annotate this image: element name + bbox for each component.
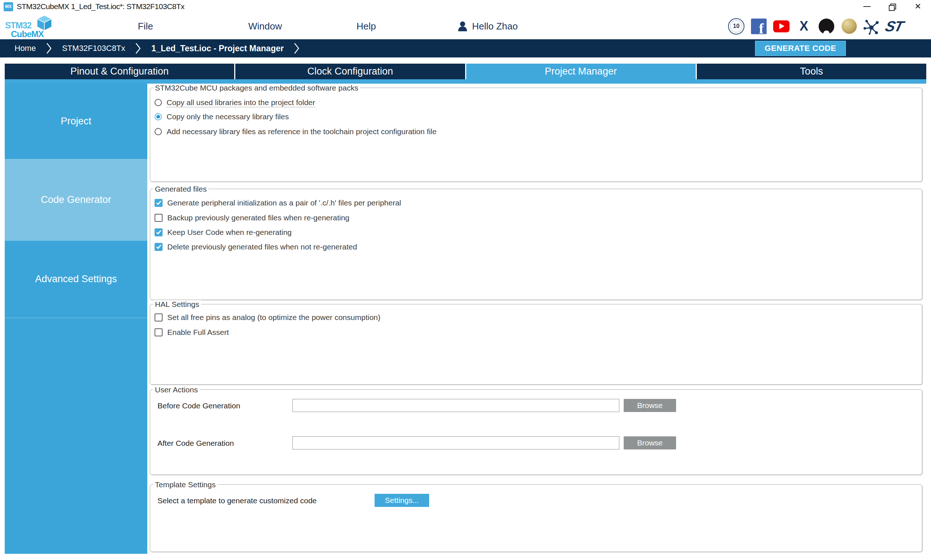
hal-settings-fieldset: HAL Settings Set all free pins as analog… — [150, 304, 922, 385]
tab-project-manager[interactable]: Project Manager — [466, 64, 696, 79]
checkbox-keep-user-code[interactable] — [155, 228, 163, 236]
checkbox-label[interactable]: Generate peripheral initialization as a … — [167, 198, 401, 207]
radio-row: Add necessary library files as reference… — [155, 127, 436, 136]
after-code-generation-input[interactable] — [292, 436, 619, 449]
template-settings-button[interactable]: Settings... — [375, 494, 429, 507]
radio-label[interactable]: Add necessary library files as reference… — [166, 127, 436, 136]
fieldset-legend: STM32Cube MCU packages and embedded soft… — [153, 84, 360, 92]
close-button[interactable]: ✕ — [909, 0, 926, 13]
mcu-packages-fieldset: STM32Cube MCU packages and embedded soft… — [150, 88, 922, 182]
chevron-right-icon — [294, 42, 300, 55]
chevron-right-icon — [135, 42, 141, 55]
sidebar-item-code-generator[interactable]: Code Generator — [5, 160, 147, 240]
before-code-generation-input[interactable] — [292, 399, 619, 412]
checkbox-delete-not-regenerated[interactable] — [155, 243, 163, 251]
checkbox-enable-full-assert[interactable] — [155, 328, 163, 336]
template-settings-fieldset: Template Settings Select a template to g… — [150, 485, 922, 552]
x-twitter-icon[interactable]: X — [796, 18, 812, 35]
checkbox-row: Delete previously generated files when n… — [155, 242, 357, 252]
menu-window[interactable]: Window — [240, 13, 291, 39]
checkbox-free-pins-analog[interactable] — [155, 314, 163, 322]
menu-bar: STM32 CubeMX File Window Help Hello Zhao… — [0, 13, 931, 39]
breadcrumb-current: 1_Led_Test.ioc - Project Manager — [151, 44, 284, 54]
checkbox-row: Backup previously generated files when r… — [155, 213, 349, 223]
fieldset-legend: Generated files — [153, 185, 208, 194]
radio-label[interactable]: Copy only the necessary library files — [166, 112, 289, 121]
tab-pinout-configuration[interactable]: Pinout & Configuration — [5, 64, 234, 79]
generated-files-fieldset: Generated files Generate peripheral init… — [150, 189, 922, 300]
restore-button[interactable] — [883, 0, 900, 13]
facebook-icon[interactable]: f — [751, 18, 767, 35]
title-bar: MX STM32CubeMX 1_Led_Test.ioc*: STM32F10… — [0, 0, 931, 13]
user-actions-fieldset: User Actions Before Code Generation Brow… — [150, 389, 922, 475]
app-window: MX STM32CubeMX 1_Led_Test.ioc*: STM32F10… — [0, 0, 931, 560]
fieldset-legend: User Actions — [153, 385, 200, 394]
checkbox-label[interactable]: Delete previously generated files when n… — [167, 243, 357, 251]
sidebar-item-advanced-settings[interactable]: Advanced Settings — [5, 241, 147, 317]
radio-label[interactable]: Copy all used libraries into the project… — [166, 98, 315, 107]
radio-copy-all-libraries[interactable] — [155, 99, 162, 106]
checkbox-label[interactable]: Keep User Code when re-generating — [167, 228, 292, 237]
radio-row: Copy only the necessary library files — [155, 112, 289, 122]
chevron-right-icon — [46, 42, 52, 55]
fieldset-legend: HAL Settings — [153, 300, 201, 309]
logo-cubemx-text: CubeMX — [11, 29, 44, 39]
community-network-icon[interactable] — [863, 18, 880, 35]
browse-before-button[interactable]: Browse — [624, 399, 676, 412]
breadcrumb-mcu[interactable]: STM32F103C8Tx — [62, 44, 125, 53]
st-logo-icon[interactable]: ST — [886, 18, 902, 35]
sidebar-divider — [5, 317, 147, 318]
radio-copy-necessary-files[interactable] — [155, 113, 162, 120]
checkbox-row: Enable Full Assert — [155, 328, 229, 337]
breadcrumb: Home STM32F103C8Tx 1_Led_Test.ioc - Proj… — [0, 39, 931, 57]
breadcrumb-home[interactable]: Home — [15, 44, 36, 53]
youtube-icon[interactable] — [773, 18, 789, 35]
radio-row: Copy all used libraries into the project… — [155, 98, 315, 107]
fieldset-legend: Template Settings — [153, 480, 217, 489]
stm32cubemx-logo: STM32 CubeMX — [5, 14, 52, 39]
minimize-icon — [863, 6, 871, 7]
ten-years-badge-icon[interactable]: 10 — [728, 18, 745, 35]
active-tab-strip — [5, 79, 926, 84]
template-select-label: Select a template to generate customized… — [157, 496, 317, 505]
checkbox-row: Generate peripheral initialization as a … — [155, 198, 401, 208]
social-links: 10 f X — [728, 13, 902, 39]
checkbox-label[interactable]: Backup previously generated files when r… — [167, 214, 349, 222]
github-icon[interactable] — [818, 18, 835, 35]
restore-icon — [889, 4, 895, 9]
window-title: STM32CubeMX 1_Led_Test.ioc*: STM32F103C8… — [17, 0, 185, 13]
checkbox-label[interactable]: Enable Full Assert — [167, 328, 229, 337]
radio-add-as-reference[interactable] — [155, 128, 162, 135]
menu-file[interactable]: File — [124, 13, 167, 39]
before-code-generation-label: Before Code Generation — [157, 402, 240, 410]
tab-bar: Pinout & Configuration Clock Configurati… — [5, 64, 926, 79]
app-mx-icon: MX — [4, 2, 13, 11]
checkbox-row: Keep User Code when re-generating — [155, 228, 292, 237]
checkbox-row: Set all free pins as analog (to optimize… — [155, 313, 380, 322]
user-greeting: Hello Zhao — [472, 21, 518, 32]
minimize-button[interactable] — [858, 0, 876, 13]
browse-after-button[interactable]: Browse — [624, 436, 676, 449]
code-generator-panel: STM32Cube MCU packages and embedded soft… — [147, 84, 931, 560]
checkbox-backup-files[interactable] — [155, 214, 163, 222]
user-account[interactable]: Hello Zhao — [457, 13, 518, 39]
menu-help[interactable]: Help — [345, 13, 388, 39]
tab-clock-configuration[interactable]: Clock Configuration — [235, 64, 465, 79]
after-code-generation-label: After Code Generation — [157, 439, 234, 448]
user-icon — [457, 21, 468, 32]
sidebar: Project Code Generator Advanced Settings — [5, 84, 147, 554]
sidebar-item-project[interactable]: Project — [5, 84, 147, 159]
tab-tools[interactable]: Tools — [697, 64, 926, 79]
close-icon: ✕ — [915, 3, 921, 11]
generate-code-button[interactable]: GENERATE CODE — [755, 41, 846, 56]
checkbox-label[interactable]: Set all free pins as analog (to optimize… — [167, 313, 380, 322]
wikipedia-icon[interactable] — [841, 18, 857, 35]
checkbox-generate-pair-files[interactable] — [155, 199, 163, 207]
